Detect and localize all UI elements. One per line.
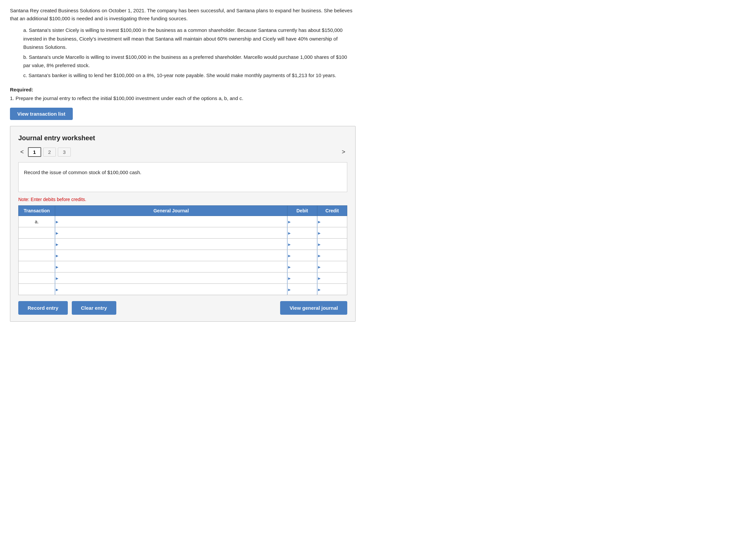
gj-input-4[interactable] — [57, 253, 285, 258]
credit-input-3[interactable] — [319, 242, 345, 247]
credit-cell-7[interactable] — [317, 284, 347, 295]
credit-cell-3[interactable] — [317, 239, 347, 250]
col-debit: Debit — [287, 206, 317, 216]
debit-cell-1[interactable] — [287, 216, 317, 227]
tab-prev-arrow[interactable]: < — [18, 148, 26, 156]
required-text: 1. Prepare the journal entry to reflect … — [10, 95, 243, 101]
gj-cell-6[interactable] — [55, 272, 287, 284]
required-label: Required: — [10, 85, 355, 94]
credit-cell-5[interactable] — [317, 261, 347, 272]
gj-cell-1[interactable] — [55, 216, 287, 227]
credit-input-5[interactable] — [319, 264, 345, 269]
table-row — [19, 239, 347, 250]
debit-cell-6[interactable] — [287, 272, 317, 284]
gj-cell-3[interactable] — [55, 239, 287, 250]
debit-cell-5[interactable] — [287, 261, 317, 272]
option-a: a. Santana's sister Cicely is willing to… — [23, 26, 355, 52]
debit-cell-3[interactable] — [287, 239, 317, 250]
view-general-journal-button[interactable]: View general journal — [280, 301, 347, 315]
tab-3[interactable]: 3 — [58, 148, 71, 157]
gj-input-1[interactable] — [57, 219, 285, 224]
debit-input-7[interactable] — [289, 287, 315, 292]
credit-cell-2[interactable] — [317, 227, 347, 239]
tab-1[interactable]: 1 — [28, 147, 41, 157]
debit-cell-7[interactable] — [287, 284, 317, 295]
col-general-journal: General Journal — [55, 206, 287, 216]
tab-next-arrow[interactable]: > — [340, 148, 347, 156]
credit-cell-1[interactable] — [317, 216, 347, 227]
gj-cell-7[interactable] — [55, 284, 287, 295]
credit-cell-4[interactable] — [317, 250, 347, 261]
gj-cell-4[interactable] — [55, 250, 287, 261]
table-row: a. — [19, 216, 347, 227]
action-buttons: Record entry Clear entry View general jo… — [18, 301, 347, 315]
view-transaction-button[interactable]: View transaction list — [10, 108, 73, 120]
debit-input-4[interactable] — [289, 253, 315, 258]
note-text: Note: Enter debits before credits. — [18, 197, 347, 202]
journal-table: Transaction General Journal Debit Credit… — [18, 206, 347, 295]
record-entry-button[interactable]: Record entry — [18, 301, 68, 315]
worksheet-title: Journal entry worksheet — [18, 134, 347, 142]
transaction-cell-7 — [19, 284, 55, 295]
debit-input-1[interactable] — [289, 219, 315, 224]
gj-input-5[interactable] — [57, 264, 285, 269]
transaction-cell-5 — [19, 261, 55, 272]
gj-cell-2[interactable] — [55, 227, 287, 239]
instruction-text: Record the issue of common stock of $100… — [24, 169, 142, 175]
gj-input-2[interactable] — [57, 230, 285, 236]
credit-input-4[interactable] — [319, 253, 345, 258]
credit-cell-6[interactable] — [317, 272, 347, 284]
clear-entry-button[interactable]: Clear entry — [72, 301, 116, 315]
credit-input-7[interactable] — [319, 287, 345, 292]
debit-input-2[interactable] — [289, 230, 315, 236]
table-row — [19, 250, 347, 261]
journal-entry-worksheet: Journal entry worksheet < 1 2 3 > Record… — [10, 126, 355, 322]
instruction-box: Record the issue of common stock of $100… — [18, 162, 347, 192]
option-b: b. Santana's uncle Marcello is willing t… — [23, 53, 355, 70]
col-transaction: Transaction — [19, 206, 55, 216]
table-row — [19, 261, 347, 272]
debit-input-5[interactable] — [289, 264, 315, 269]
transaction-cell-1: a. — [19, 216, 55, 227]
tab-2[interactable]: 2 — [43, 148, 56, 157]
debit-input-3[interactable] — [289, 242, 315, 247]
transaction-cell-2 — [19, 227, 55, 239]
col-credit: Credit — [317, 206, 347, 216]
gj-input-7[interactable] — [57, 287, 285, 292]
option-c: c. Santana's banker is willing to lend h… — [23, 71, 355, 80]
credit-input-1[interactable] — [319, 219, 345, 224]
credit-input-6[interactable] — [319, 275, 345, 281]
transaction-cell-3 — [19, 239, 55, 250]
tab-navigation: < 1 2 3 > — [18, 147, 347, 157]
intro-paragraph: Santana Rey created Business Solutions o… — [10, 7, 355, 23]
debit-cell-4[interactable] — [287, 250, 317, 261]
credit-input-2[interactable] — [319, 230, 345, 236]
gj-input-6[interactable] — [57, 275, 285, 281]
transaction-cell-4 — [19, 250, 55, 261]
transaction-cell-6 — [19, 272, 55, 284]
debit-input-6[interactable] — [289, 275, 315, 281]
table-row — [19, 272, 347, 284]
gj-input-3[interactable] — [57, 242, 285, 247]
table-row — [19, 284, 347, 295]
table-row — [19, 227, 347, 239]
debit-cell-2[interactable] — [287, 227, 317, 239]
gj-cell-5[interactable] — [55, 261, 287, 272]
